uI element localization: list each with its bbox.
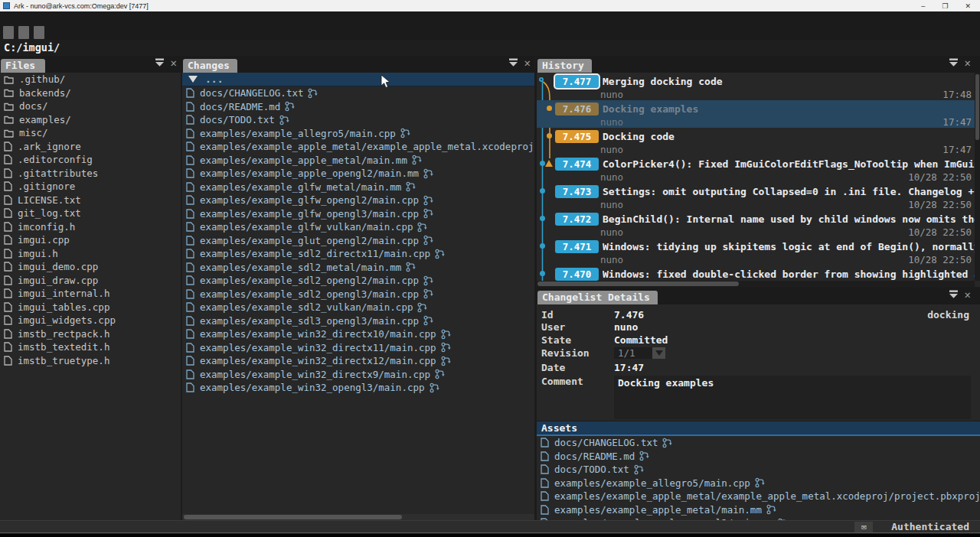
- scrollbar-thumb[interactable]: [537, 282, 739, 286]
- history-horizontal-scrollbar[interactable]: [537, 281, 975, 287]
- toolbar-button[interactable]: [3, 26, 14, 39]
- minimize-button[interactable]: –: [921, 2, 925, 10]
- file-row[interactable]: git_log.txt: [0, 207, 181, 220]
- changed-file-row[interactable]: examples/example_apple_opengl2/main.mm: [182, 167, 534, 181]
- changelist-id-badge[interactable]: 7.476: [555, 103, 599, 116]
- revision-dropdown-button[interactable]: [652, 347, 665, 359]
- scrollbar-thumb[interactable]: [184, 515, 402, 519]
- file-row[interactable]: .github/: [0, 73, 181, 86]
- changelist-expander-label: ...: [205, 73, 223, 85]
- close-panel-icon[interactable]: ✕: [965, 58, 971, 67]
- filter-icon[interactable]: [949, 290, 959, 299]
- file-row[interactable]: .gitignore: [0, 180, 181, 194]
- close-panel-icon[interactable]: ✕: [965, 290, 971, 299]
- file-row[interactable]: imgui_widgets.cpp: [0, 314, 181, 327]
- asset-file-row[interactable]: examples/example_allegro5/main.cpp: [537, 477, 980, 490]
- file-row[interactable]: imstb_rectpack.h: [0, 327, 181, 341]
- changelist-expander-row[interactable]: ...: [182, 73, 534, 86]
- close-button[interactable]: ✕: [965, 2, 971, 10]
- changed-file-row[interactable]: examples/example_allegro5/main.cpp: [182, 127, 534, 141]
- history-commit-row[interactable]: 7.473 Settings: omit outputing Collapsed…: [537, 183, 975, 210]
- close-panel-icon[interactable]: ✕: [524, 58, 531, 67]
- mainline-marker: [540, 216, 545, 221]
- changed-file-row[interactable]: examples/example_apple_metal/main.mm: [182, 154, 534, 168]
- changed-file-row[interactable]: examples/example_win32_directx10/main.cp…: [182, 327, 534, 341]
- file-row[interactable]: imstb_truetype.h: [0, 354, 181, 368]
- file-row[interactable]: imgui_draw.cpp: [0, 274, 181, 288]
- close-panel-icon[interactable]: ✕: [171, 58, 177, 67]
- comment-field[interactable]: Docking examples: [614, 376, 971, 419]
- file-icon: [186, 155, 194, 165]
- asset-file-row[interactable]: examples/example_apple_metal/main.mm: [537, 503, 980, 517]
- file-row[interactable]: imconfig.h: [0, 220, 181, 234]
- changed-file-row[interactable]: examples/example_win32_directx12/main.cp…: [182, 354, 534, 368]
- toolbar-button[interactable]: [34, 26, 44, 39]
- changed-file-row[interactable]: examples/example_glfw_opengl2/main.cpp: [182, 194, 534, 207]
- file-row[interactable]: examples/: [0, 113, 181, 127]
- file-row[interactable]: .gitattributes: [0, 167, 181, 181]
- file-row[interactable]: LICENSE.txt: [0, 194, 181, 207]
- changed-file-row[interactable]: docs/README.md: [182, 100, 534, 114]
- asset-file-row[interactable]: docs/CHANGELOG.txt: [537, 436, 980, 450]
- file-row[interactable]: .ark_ignore: [0, 140, 181, 154]
- history-commit-row[interactable]: 7.472 BeginChild(): Internal name used b…: [537, 210, 975, 238]
- changed-file-row[interactable]: examples/example_glfw_opengl3/main.cpp: [182, 207, 534, 221]
- changed-file-row[interactable]: examples/example_win32_opengl3/main.cpp: [182, 381, 534, 395]
- changelist-id-badge[interactable]: 7.473: [555, 185, 599, 198]
- changelist-id-badge[interactable]: 7.470: [555, 268, 599, 281]
- changes-tab[interactable]: Changes: [183, 59, 237, 73]
- changelist-id-badge[interactable]: 7.472: [555, 213, 599, 226]
- changed-file-row[interactable]: examples/example_sdl2_metal/main.mm: [182, 261, 534, 275]
- asset-file-row[interactable]: docs/TODO.txt: [537, 463, 980, 477]
- asset-file-row[interactable]: docs/README.md: [537, 450, 980, 464]
- filter-icon[interactable]: [508, 58, 518, 67]
- collapse-triangle-icon[interactable]: [188, 76, 198, 83]
- maximize-button[interactable]: ❐: [942, 2, 948, 10]
- file-row[interactable]: misc/: [0, 126, 181, 140]
- filter-icon[interactable]: [949, 58, 959, 67]
- history-vertical-scrollbar[interactable]: [975, 73, 980, 281]
- changed-file-row[interactable]: examples/example_sdl2_directx11/main.cpp: [182, 247, 534, 261]
- changed-file-row[interactable]: examples/example_glfw_vulkan/main.cpp: [182, 220, 534, 234]
- changed-file-row[interactable]: examples/example_sdl3_opengl3/main.cpp: [182, 314, 534, 328]
- asset-file-row[interactable]: examples/example_apple_metal/example_app…: [537, 490, 980, 503]
- changed-file-row[interactable]: examples/example_sdl2_opengl2/main.cpp: [182, 274, 534, 288]
- file-row[interactable]: imgui_internal.h: [0, 287, 181, 301]
- changed-file-row[interactable]: docs/TODO.txt: [182, 113, 534, 127]
- file-row[interactable]: imstb_textedit.h: [0, 340, 181, 354]
- changelist-details-tab[interactable]: Changelist Details: [537, 291, 658, 304]
- file-row[interactable]: imgui_tables.cpp: [0, 301, 181, 314]
- scrollbar-thumb[interactable]: [975, 74, 979, 140]
- changelist-id-badge[interactable]: 7.474: [555, 158, 599, 171]
- file-row[interactable]: .editorconfig: [0, 153, 181, 167]
- history-commit-row[interactable]: 7.476 Docking examples nuno 17:47: [537, 100, 975, 128]
- file-row[interactable]: imgui_demo.cpp: [0, 260, 181, 274]
- changed-file-row[interactable]: examples/example_glut_opengl2/main.cpp: [182, 234, 534, 248]
- filter-icon[interactable]: [155, 58, 165, 67]
- changed-file-row[interactable]: examples/example_sdl2_opengl3/main.cpp: [182, 288, 534, 301]
- history-commit-row[interactable]: 7.477 Merging docking code nuno 17:48: [537, 73, 975, 100]
- history-commit-row[interactable]: 7.471 Windows: tidying up skipitems logi…: [537, 238, 975, 265]
- file-row[interactable]: backends/: [0, 86, 181, 100]
- files-tab[interactable]: Files: [1, 59, 45, 73]
- changed-file-row[interactable]: examples/example_apple_metal/example_app…: [182, 140, 534, 154]
- history-commit-row[interactable]: 7.470 Windows: fixed double-clicked bord…: [537, 265, 975, 281]
- changed-file-row[interactable]: docs/CHANGELOG.txt: [182, 86, 534, 100]
- changes-horizontal-scrollbar[interactable]: [182, 514, 534, 520]
- changed-file-row[interactable]: examples/example_glfw_metal/main.mm: [182, 181, 534, 194]
- changelist-id-badge[interactable]: 7.477: [555, 75, 599, 88]
- changed-file-row[interactable]: examples/example_win32_directx11/main.cp…: [182, 341, 534, 355]
- changed-file-row[interactable]: examples/example_sdl2_vulkan/main.cpp: [182, 301, 534, 314]
- history-commit-row[interactable]: 7.475 Docking code nuno 17:47: [537, 128, 975, 155]
- history-commit-row[interactable]: 7.474 ColorPicker4(): Fixed ImGuiColorEd…: [537, 155, 975, 183]
- file-row[interactable]: imgui.h: [0, 247, 181, 261]
- history-tab[interactable]: History: [537, 59, 592, 73]
- changed-file-row[interactable]: examples/example_win32_directx9/main.cpp: [182, 368, 534, 382]
- changelist-id-badge[interactable]: 7.471: [555, 240, 599, 253]
- statusbar: ✉ Authenticated: [0, 520, 980, 533]
- mail-icon[interactable]: ✉: [854, 522, 873, 532]
- toolbar-button[interactable]: [18, 26, 29, 39]
- file-row[interactable]: imgui.cpp: [0, 233, 181, 247]
- file-row[interactable]: docs/: [0, 99, 181, 113]
- changelist-id-badge[interactable]: 7.475: [555, 130, 599, 143]
